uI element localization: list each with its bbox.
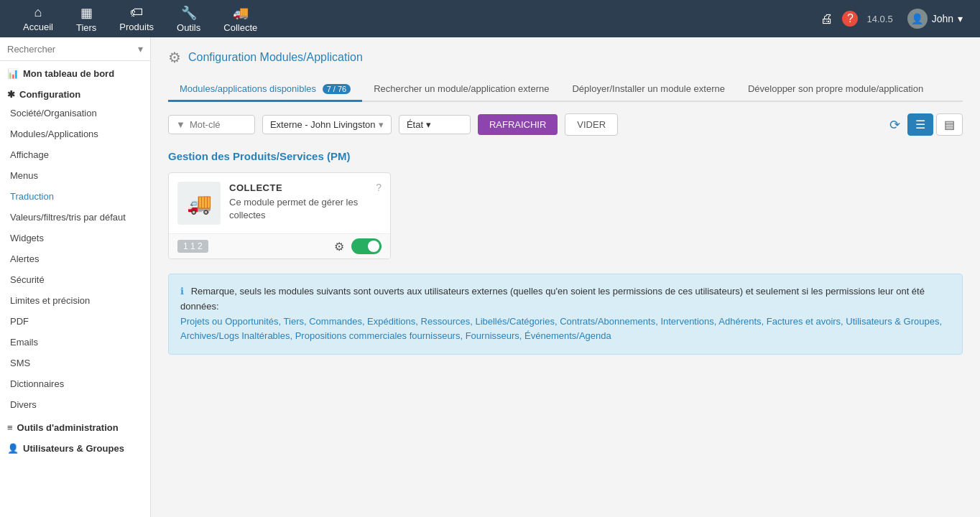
source-chevron-icon: ▾ <box>379 119 384 130</box>
sidebar-item-securite[interactable]: Sécurité <box>0 269 150 290</box>
sidebar-item-emails[interactable]: Emails <box>0 332 150 353</box>
tab-deployer-label: Déployer/Installer un module externe <box>572 83 724 94</box>
outils-icon: 🔧 <box>181 5 197 21</box>
page-title: Configuration Modules/Application <box>188 51 363 64</box>
refresh-button[interactable]: RAFRAICHIR <box>478 114 558 135</box>
module-name: COLLECTE <box>229 182 282 193</box>
info-box: ℹ Remarque, seuls les modules suivants s… <box>168 274 963 355</box>
tab-disponibles-badge: 7 / 76 <box>323 84 351 94</box>
nav-outils[interactable]: 🔧 Outils <box>165 5 212 33</box>
outils-admin-icon: ≡ <box>7 422 13 433</box>
version-label: 14.0.5 <box>866 14 892 24</box>
toggle-thumb <box>368 241 379 252</box>
filter-keyword-container: ▼ <box>168 115 255 134</box>
filter-bar: ▼ Externe - John Livingston ▾ État ▾ RAF… <box>168 113 963 136</box>
tabs: Modules/applications disponibles 7 / 76 … <box>168 78 963 102</box>
user-avatar: 👤 <box>907 9 928 29</box>
module-actions: ⚙ <box>334 238 382 254</box>
layout: ▾ 📊 Mon tableau de bord ✱ Configuration … <box>0 37 980 517</box>
help-icon[interactable]: ? <box>842 11 858 27</box>
tab-rechercher[interactable]: Rechercher un module/application externe <box>362 78 560 102</box>
tiers-icon: ▦ <box>80 5 93 21</box>
info-text: Remarque, seuls les modules suivants son… <box>180 286 925 312</box>
tab-developper-label: Développer son propre module/application <box>748 83 923 94</box>
nav-outils-label: Outils <box>177 22 200 33</box>
utilisateurs-icon: 👤 <box>7 443 19 454</box>
module-toggle[interactable] <box>351 238 382 254</box>
tab-disponibles-label: Modules/applications disponibles <box>180 83 316 94</box>
sidebar-item-menus[interactable]: Menus <box>0 165 150 186</box>
user-menu[interactable]: 👤 John ▾ <box>902 6 969 32</box>
tab-developper[interactable]: Développer son propre module/application <box>736 78 935 102</box>
sidebar-item-affichage[interactable]: Affichage <box>0 144 150 165</box>
collecte-nav-icon: 🚚 <box>233 5 249 21</box>
nav-accueil-label: Accueil <box>23 22 53 32</box>
search-dropdown-icon[interactable]: ▾ <box>138 43 143 55</box>
nav-produits[interactable]: 🏷 Produits <box>108 5 165 32</box>
page-header-icon: ⚙ <box>168 49 181 66</box>
module-version: 1 1 2 <box>177 240 208 253</box>
sidebar-item-modules[interactable]: Modules/Applications <box>0 124 150 144</box>
sidebar-section-configuration: ✱ Configuration <box>0 82 150 103</box>
nav-produits-label: Produits <box>119 22 154 32</box>
nav-collecte-label: Collecte <box>223 22 257 33</box>
top-nav: ⌂ Accueil ▦ Tiers 🏷 Produits 🔧 Outils 🚚 … <box>0 0 980 37</box>
module-gear-icon[interactable]: ⚙ <box>334 240 344 253</box>
sidebar-section-outils-admin[interactable]: ≡ Outils d'administration <box>0 415 150 436</box>
tab-deployer[interactable]: Déployer/Installer un module externe <box>560 78 736 102</box>
nav-tiers[interactable]: ▦ Tiers <box>65 5 108 33</box>
sidebar-item-dictionnaires[interactable]: Dictionnaires <box>0 373 150 394</box>
produits-icon: 🏷 <box>130 5 143 20</box>
section-title: Gestion des Produits/Services (PM) <box>168 150 963 162</box>
sidebar-section-tableau[interactable]: 📊 Mon tableau de bord <box>0 61 150 82</box>
module-title-row: COLLECTE ? <box>229 182 382 193</box>
state-value: État <box>407 119 423 130</box>
sidebar-item-widgets[interactable]: Widgets <box>0 228 150 248</box>
sidebar-section-configuration-label: Configuration <box>19 89 80 100</box>
sidebar-item-societe[interactable]: Société/Organisation <box>0 103 150 124</box>
tableau-icon: 📊 <box>7 68 19 79</box>
sidebar: ▾ 📊 Mon tableau de bord ✱ Configuration … <box>0 37 151 517</box>
configuration-icon: ✱ <box>7 89 15 100</box>
keyword-input[interactable] <box>190 119 247 130</box>
tab-disponibles[interactable]: Modules/applications disponibles 7 / 76 <box>168 78 362 102</box>
sidebar-item-pdf[interactable]: PDF <box>0 311 150 332</box>
sidebar-section-outils-admin-label: Outils d'administration <box>17 422 119 433</box>
nav-tiers-label: Tiers <box>76 22 96 33</box>
sidebar-item-limites[interactable]: Limites et précision <box>0 290 150 311</box>
module-card-footer: 1 1 2 ⚙ <box>169 233 390 258</box>
sidebar-section-utilisateurs[interactable]: 👤 Utilisateurs & Groupes <box>0 436 150 457</box>
grid-view-button[interactable]: ▤ <box>936 113 963 136</box>
module-info: COLLECTE ? Ce module permet de gérer les… <box>229 182 382 222</box>
sidebar-item-sms[interactable]: SMS <box>0 353 150 373</box>
modules-grid: 🚚 COLLECTE ? Ce module permet de gérer l… <box>168 172 963 259</box>
source-value: Externe - John Livingston <box>270 119 376 130</box>
info-icon: ℹ <box>180 286 184 297</box>
page-header: ⚙ Configuration Modules/Application <box>168 49 963 66</box>
home-icon: ⌂ <box>34 5 42 20</box>
module-card-collecte: 🚚 COLLECTE ? Ce module permet de gérer l… <box>168 172 391 259</box>
sidebar-item-traduction[interactable]: Traduction <box>0 186 150 207</box>
source-select[interactable]: Externe - John Livingston ▾ <box>262 115 392 134</box>
module-help-icon[interactable]: ? <box>376 182 382 193</box>
module-card-body: 🚚 COLLECTE ? Ce module permet de gérer l… <box>169 173 390 233</box>
tab-rechercher-label: Rechercher un module/application externe <box>374 83 549 94</box>
sidebar-section-tableau-label: Mon tableau de bord <box>23 68 114 79</box>
sidebar-item-alertes[interactable]: Alertes <box>0 248 150 269</box>
view-buttons: ☰ ▤ <box>907 113 963 136</box>
search-input[interactable] <box>7 44 135 55</box>
main-content: ⚙ Configuration Modules/Application Modu… <box>151 37 980 517</box>
list-view-button[interactable]: ☰ <box>907 113 933 136</box>
refresh-spin-icon[interactable]: ⟳ <box>889 117 900 133</box>
module-description: Ce module permet de gérer les collectes <box>229 196 382 222</box>
sidebar-item-valeurs[interactable]: Valeurs/filtres/tris par défaut <box>0 207 150 228</box>
sidebar-section-utilisateurs-label: Utilisateurs & Groupes <box>23 443 124 454</box>
user-dropdown-icon: ▾ <box>958 13 963 24</box>
nav-collecte[interactable]: 🚚 Collecte <box>212 5 269 33</box>
sidebar-search-container: ▾ <box>0 37 150 61</box>
sidebar-item-divers[interactable]: Divers <box>0 394 150 415</box>
state-select[interactable]: État ▾ <box>399 115 471 134</box>
clear-button[interactable]: VIDER <box>565 113 618 136</box>
nav-accueil[interactable]: ⌂ Accueil <box>11 5 65 32</box>
print-icon[interactable]: 🖨 <box>820 11 833 27</box>
